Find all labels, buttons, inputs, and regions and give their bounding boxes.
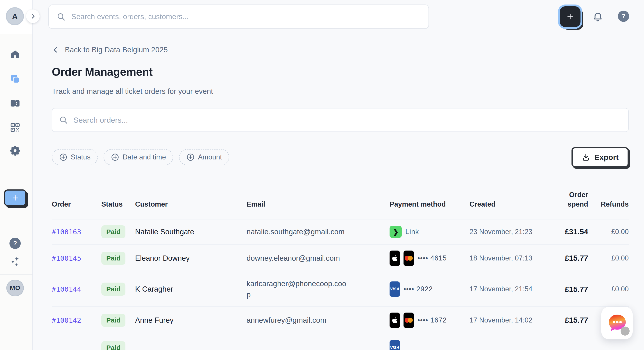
customer-email: downey.eleanor@gmail.com bbox=[246, 253, 340, 264]
filter-chip-label: Status bbox=[71, 153, 90, 161]
plus-circle-icon bbox=[59, 153, 68, 161]
plus-circle-icon bbox=[186, 153, 195, 161]
mastercard-icon bbox=[404, 312, 414, 328]
topbar: + ? bbox=[0, 0, 644, 34]
visa-icon: VISA bbox=[390, 340, 400, 350]
orders-search-input[interactable] bbox=[74, 116, 622, 124]
customer-email: natalie.southgate@gmail.com bbox=[246, 226, 344, 238]
sidebar-item-ticket[interactable] bbox=[9, 97, 22, 110]
order-link[interactable]: #100163 bbox=[52, 228, 81, 236]
customer-email: annewfurey@gmail.com bbox=[246, 315, 326, 326]
column-header-refunds: Refunds bbox=[588, 200, 629, 209]
chevron-left-icon bbox=[52, 46, 60, 54]
sidebar-item-qr-scan[interactable] bbox=[9, 121, 22, 134]
page-title: Order Management bbox=[52, 65, 629, 78]
sidebar-create-button[interactable]: + bbox=[4, 190, 26, 206]
order-created: 17 November, 14:02 bbox=[470, 316, 555, 324]
orders-table-header: OrderStatusCustomerEmailPayment methodCr… bbox=[52, 174, 629, 219]
customer-name: K Caragher bbox=[135, 285, 246, 293]
column-header-customer: Customer bbox=[135, 200, 246, 209]
chat-launcher-button[interactable] bbox=[601, 307, 633, 339]
sidebar-item-home[interactable] bbox=[9, 48, 22, 60]
payment-label: •••• 2922 bbox=[404, 285, 433, 293]
ticket-icon bbox=[10, 98, 21, 109]
filter-chip-status[interactable]: Status bbox=[52, 149, 98, 165]
column-header-email: Email bbox=[246, 200, 390, 209]
customer-name: Anne Furey bbox=[135, 316, 246, 324]
sidebar-divider bbox=[0, 274, 32, 275]
bell-icon[interactable] bbox=[592, 11, 604, 22]
link-payment-icon: ❯ bbox=[390, 226, 402, 238]
order-spend: £31.54 bbox=[555, 227, 588, 236]
table-row: #100144 Paid K Caragher karlcaragher@pho… bbox=[52, 272, 629, 307]
status-badge: Paid bbox=[101, 225, 126, 238]
order-refunds: £0.00 bbox=[588, 228, 629, 236]
global-search[interactable] bbox=[48, 5, 429, 29]
payment-method: •••• 4615 bbox=[390, 251, 470, 266]
sidebar-item-gear[interactable] bbox=[9, 144, 22, 157]
column-header-payment-method: Payment method bbox=[390, 200, 470, 209]
filter-chip-amount[interactable]: Amount bbox=[179, 149, 229, 165]
sidebar-help-button[interactable]: ? bbox=[10, 238, 21, 249]
order-link[interactable]: #100142 bbox=[52, 316, 81, 324]
payment-method: ❯ Link bbox=[390, 226, 470, 238]
filter-chip-label: Amount bbox=[198, 153, 222, 161]
chat-status-dot bbox=[620, 326, 630, 335]
customer-email: karlcaragher@phonecoop.coop bbox=[246, 278, 347, 300]
status-badge: Paid bbox=[101, 252, 126, 265]
status-badge: Paid bbox=[101, 283, 126, 296]
help-icon[interactable]: ? bbox=[618, 11, 629, 22]
home-icon bbox=[10, 49, 20, 59]
filter-chip-label: Date and time bbox=[122, 153, 166, 161]
search-icon bbox=[56, 12, 66, 21]
payment-method: VISA •••• 2922 bbox=[390, 281, 470, 297]
global-search-input[interactable] bbox=[72, 13, 421, 21]
orders-table: OrderStatusCustomerEmailPayment methodCr… bbox=[52, 174, 629, 350]
order-spend: £15.77 bbox=[555, 285, 588, 294]
visa-icon: VISA bbox=[390, 281, 400, 297]
order-spend: £15.77 bbox=[555, 316, 588, 324]
order-link[interactable]: #100145 bbox=[52, 254, 81, 262]
payment-label: Link bbox=[405, 228, 419, 236]
sidebar-collapse-button[interactable] bbox=[26, 10, 40, 23]
sidebar-item-pages[interactable] bbox=[9, 73, 22, 85]
workspace-avatar[interactable]: A bbox=[6, 7, 24, 25]
order-spend: £15.77 bbox=[555, 254, 588, 262]
table-row: #100142 Paid Anne Furey annewfurey@gmail… bbox=[52, 307, 629, 334]
payment-label: •••• 4615 bbox=[418, 254, 447, 262]
customer-name: Natalie Southgate bbox=[135, 228, 246, 236]
export-label: Export bbox=[594, 153, 618, 162]
main-content: Back to Big Data Belgium 2025 Order Mana… bbox=[33, 34, 644, 350]
search-icon bbox=[59, 115, 68, 124]
user-avatar[interactable]: MO bbox=[6, 280, 24, 296]
order-created: 23 November, 21:23 bbox=[470, 228, 555, 236]
status-badge: Paid bbox=[101, 341, 126, 350]
orders-search[interactable] bbox=[52, 108, 629, 132]
order-created: 17 November, 21:54 bbox=[470, 285, 555, 293]
filter-chip-date-and-time[interactable]: Date and time bbox=[104, 149, 173, 165]
column-header-order-spend: Order spend bbox=[555, 190, 588, 209]
table-row: Paid VISA bbox=[52, 334, 629, 350]
mastercard-icon bbox=[404, 251, 414, 266]
order-refunds: £0.00 bbox=[588, 285, 629, 293]
apple-pay-icon bbox=[390, 312, 400, 328]
page-subtitle: Track and manage all ticket orders for y… bbox=[52, 87, 629, 96]
table-row: #100145 Paid Eleanor Downey downey.elean… bbox=[52, 245, 629, 272]
order-link[interactable]: #100144 bbox=[52, 285, 81, 293]
download-icon bbox=[582, 153, 590, 161]
payment-method: VISA bbox=[390, 340, 470, 350]
status-badge: Paid bbox=[101, 314, 126, 327]
payment-label: •••• 1672 bbox=[418, 316, 447, 324]
payment-method: •••• 1672 bbox=[390, 312, 470, 328]
export-button[interactable]: Export bbox=[572, 147, 629, 167]
qr-scan-icon bbox=[10, 122, 20, 133]
filter-row: Status Date and time Amount Export bbox=[52, 147, 629, 167]
customer-name: Eleanor Downey bbox=[135, 254, 246, 262]
apple-pay-icon bbox=[390, 251, 400, 266]
sidebar: A + ? MO bbox=[0, 0, 33, 350]
column-header-status: Status bbox=[101, 200, 135, 209]
orders-table-body: #100163 Paid Natalie Southgate natalie.s… bbox=[52, 219, 629, 350]
topbar-create-button[interactable]: + bbox=[560, 6, 580, 27]
sparkles-icon[interactable] bbox=[9, 255, 22, 267]
back-link[interactable]: Back to Big Data Belgium 2025 bbox=[52, 46, 168, 54]
